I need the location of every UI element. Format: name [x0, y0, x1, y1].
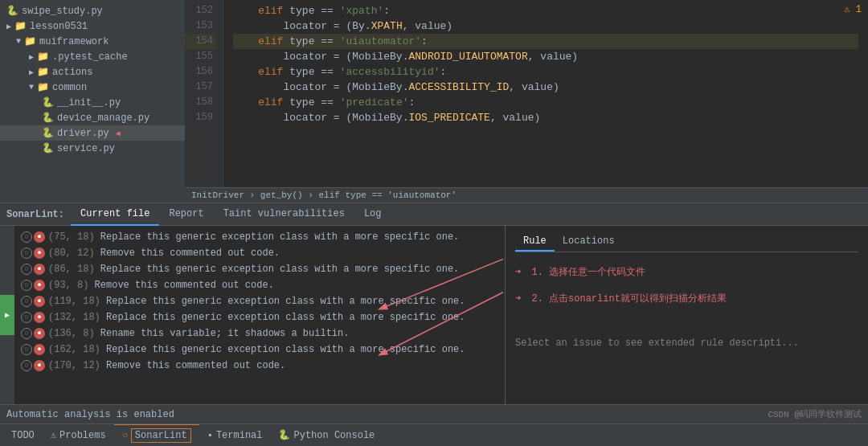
error-dot-8: ● — [34, 360, 45, 371]
annotation-text-2: ➜ 2. 点击sonarlint就可以得到扫描分析结果 — [515, 292, 858, 305]
issue-item-1[interactable]: ○ ● (80, 12) Remove this commented out c… — [14, 245, 505, 261]
line-num-155: 155 — [185, 49, 216, 64]
circle-icon-7: ○ — [21, 344, 32, 355]
issue-icons-1: ○ ● — [21, 248, 45, 259]
issue-item-3[interactable]: ○ ● (93, 8) Remove this commented out co… — [14, 277, 505, 293]
issue-text-2: (86, 18) Replace this generic exception … — [48, 264, 459, 275]
tab-report[interactable]: Report — [159, 203, 213, 226]
line-num-159: 159 — [185, 110, 216, 125]
tree-item-swipe-study[interactable]: 🐍 swipe_study.py — [0, 3, 185, 18]
sonarlint-panel: SonarLint: Current file Report Taint vul… — [0, 203, 868, 423]
btab-sonarlint[interactable]: ○ SonarLint — [114, 424, 199, 447]
issue-text-5: (132, 18) Replace this generic exception… — [48, 312, 465, 323]
btab-terminal[interactable]: ▪ Terminal — [199, 424, 271, 447]
issue-text-8: (170, 12) Remove this commented out code… — [48, 360, 285, 371]
line-num-157: 157 — [185, 80, 216, 95]
issue-item-7[interactable]: ○ ● (162, 18) Replace this generic excep… — [14, 342, 505, 358]
issue-text-6: (136, 8) Rename this variable; it shadow… — [48, 328, 349, 339]
tree-item-actions[interactable]: ▶ 📁 actions — [0, 64, 185, 80]
folder-icon: 📁 — [37, 51, 49, 63]
issue-item-4[interactable]: ○ ● (119, 18) Replace this generic excep… — [14, 293, 505, 309]
tab-current-file[interactable]: Current file — [71, 203, 159, 226]
py-file-icon: 🐍 — [42, 142, 54, 154]
issue-item-8[interactable]: ○ ● (170, 12) Remove this commented out … — [14, 358, 505, 374]
issue-text-0: (75, 18) Replace this generic exception … — [48, 231, 459, 243]
py-file-icon: 🐍 — [42, 127, 54, 139]
folder-icon: 📁 — [24, 35, 36, 47]
sonarlint-label: SonarLint: — [6, 209, 64, 220]
tree-item-pytest-cache[interactable]: ▶ 📁 .pytest_cache — [0, 49, 185, 64]
issue-item-0[interactable]: ○ ● (75, 18) Replace this generic except… — [14, 229, 505, 245]
warning-badge: ⚠ 1 — [844, 3, 862, 15]
tab-taint[interactable]: Taint vulnerabilities — [214, 203, 354, 226]
issue-icons-6: ○ ● — [21, 328, 45, 339]
arrow-icon: ▶ — [29, 68, 34, 77]
circle-icon-5: ○ — [21, 312, 32, 323]
issue-item-5[interactable]: ○ ● (132, 18) Replace this generic excep… — [14, 309, 505, 325]
select-issue-text: Select an issue to see extended rule des… — [515, 338, 858, 349]
py-file-icon: 🐍 — [6, 5, 18, 17]
breadcrumb: InitDriver › get_by() › elif type == 'ui… — [185, 187, 868, 203]
issue-icons-7: ○ ● — [21, 344, 45, 355]
code-line-158: elif type == 'predicate': — [233, 95, 858, 110]
code-line-153: locator = (By.XPATH, value) — [233, 18, 858, 34]
line-num-154: 154 — [185, 34, 216, 49]
tab-log[interactable]: Log — [354, 203, 391, 226]
python-console-icon: 🐍 — [278, 429, 290, 441]
code-line-154: elif type == 'uiautomator': — [233, 34, 858, 49]
error-dot-2: ● — [34, 264, 45, 275]
issue-item-2[interactable]: ○ ● (86, 18) Replace this generic except… — [14, 261, 505, 277]
arrow-right-icon-1: ➜ — [515, 267, 521, 278]
folder-icon: 📁 — [37, 66, 49, 78]
arrow-icon: ▼ — [29, 83, 34, 92]
arrow-icon: ▼ — [16, 37, 21, 46]
code-line-156: elif type == 'accessbilityid': — [233, 64, 858, 80]
folder-icon: 📁 — [37, 81, 49, 93]
bottom-tabs: TODO ⚠ Problems ○ SonarLint ▪ Terminal 🐍… — [0, 423, 868, 446]
circle-icon-1: ○ — [21, 248, 32, 259]
sonarlint-icon: ○ — [122, 430, 128, 441]
py-file-icon: 🐍 — [42, 96, 54, 108]
code-line-152: elif type == 'xpath': — [233, 3, 858, 18]
error-dot-3: ● — [34, 280, 45, 291]
rule-tab-rule[interactable]: Rule — [515, 232, 555, 252]
circle-icon-2: ○ — [21, 264, 32, 275]
tree-item-common[interactable]: ▼ 📁 common — [0, 80, 185, 95]
tree-item-init[interactable]: 🐍 __init__.py — [0, 95, 185, 110]
btab-problems[interactable]: ⚠ Problems — [43, 424, 114, 447]
tree-item-device-manage[interactable]: 🐍 device_manage.py — [0, 110, 185, 125]
issue-item-6[interactable]: ○ ● (136, 8) Rename this variable; it sh… — [14, 325, 505, 342]
issue-text-7: (162, 18) Replace this generic exception… — [48, 344, 465, 355]
line-num-152: 152 — [185, 3, 216, 18]
code-line-157: locator = (MobileBy.ACCESSIBILITY_ID, va… — [233, 80, 858, 95]
line-num-158: 158 — [185, 95, 216, 110]
circle-icon-4: ○ — [21, 296, 32, 307]
tree-item-muiframework[interactable]: ▼ 📁 muiframework — [0, 34, 185, 49]
tree-item-lesson0531[interactable]: ▶ 📁 lesson0531 — [0, 18, 185, 34]
code-area: 152 153 154 155 156 157 158 159 elif typ… — [185, 0, 868, 187]
btab-python-console[interactable]: 🐍 Python Console — [270, 424, 383, 447]
rule-panel: Rule Locations ➜ 1. 选择任意一个代码文件 ➜ 2. 点击so… — [505, 226, 868, 404]
issue-icons-8: ○ ● — [21, 360, 45, 371]
btab-todo[interactable]: TODO — [3, 424, 43, 447]
issue-text-1: (80, 12) Remove this commented out code. — [48, 248, 280, 259]
line-num-153: 153 — [185, 18, 216, 34]
issue-icons-5: ○ ● — [21, 312, 45, 323]
status-left: Automatic analysis is enabled — [6, 409, 174, 420]
rule-tab-locations[interactable]: Locations — [555, 232, 623, 252]
issue-icons-2: ○ ● — [21, 264, 45, 275]
status-right: CSDN @码同学软件测试 — [768, 408, 862, 420]
tree-item-service[interactable]: 🐍 service.py — [0, 141, 185, 156]
issue-icons-4: ○ ● — [21, 296, 45, 307]
circle-icon-8: ○ — [21, 360, 32, 371]
run-button[interactable]: ▶ — [0, 295, 14, 335]
circle-icon-3: ○ — [21, 280, 32, 291]
py-file-icon: 🐍 — [42, 112, 54, 124]
circle-icon-6: ○ — [21, 328, 32, 339]
circle-icon-0: ○ — [21, 231, 32, 243]
tree-item-driver[interactable]: 🐍 driver.py ◀ — [0, 125, 185, 141]
arrow-icon: ▶ — [6, 22, 11, 31]
code-content[interactable]: elif type == 'xpath': locator = (By.XPAT… — [223, 0, 868, 187]
code-line-155: locator = (MobileBy.ANDROID_UIAUTOMATOR,… — [233, 49, 858, 64]
error-dot-6: ● — [34, 328, 45, 339]
